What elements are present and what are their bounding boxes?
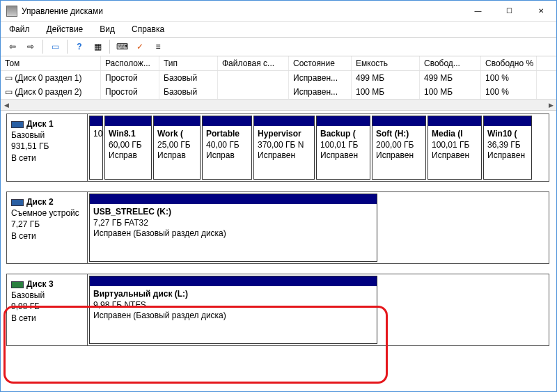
refresh-button[interactable]: ▦ xyxy=(90,39,105,54)
col-header-status[interactable]: Состояние xyxy=(289,56,352,70)
cell-layout: Простой xyxy=(101,71,159,85)
horizontal-scrollbar[interactable]: ◀ ▶ xyxy=(1,99,556,110)
arrow-right-icon: ⇨ xyxy=(27,42,34,52)
cell-free: 100 МБ xyxy=(420,85,481,99)
col-header-capacity[interactable]: Емкость xyxy=(352,56,420,70)
disk-info: Диск 3 Базовый 9,98 ГБ В сети xyxy=(7,274,88,345)
partition-name: Work ( xyxy=(157,129,196,140)
toolbar: ⇦ ⇨ ▭ ? ▦ ⌨ ✓ ≡ xyxy=(1,37,556,56)
disk-icon xyxy=(11,199,24,206)
col-header-type[interactable]: Тип xyxy=(159,56,218,70)
partition[interactable]: Portable40,00 ГБИсправ xyxy=(202,116,252,180)
partition-name: Soft (H:) xyxy=(376,129,422,140)
partition-size: 200,00 ГБ xyxy=(376,140,422,151)
disk-type: Базовый xyxy=(11,130,83,141)
partition-name: Виртуальный диск (L:) xyxy=(93,289,373,300)
col-header-percent[interactable]: Свободно % xyxy=(481,56,537,70)
disk-row[interactable]: Диск 3 Базовый 9,98 ГБ В сети Виртуальны… xyxy=(6,274,549,346)
col-header-filesystem[interactable]: Файловая с... xyxy=(218,56,289,70)
cell-cap: 499 МБ xyxy=(352,71,420,85)
menu-help[interactable]: Справка xyxy=(127,23,168,36)
partition-body: Portable40,00 ГБИсправ xyxy=(203,126,251,164)
toolbar-divider xyxy=(42,40,43,54)
partition-color-bar xyxy=(372,116,425,126)
partition[interactable]: Media (I100,01 ГБИсправен xyxy=(427,116,482,180)
col-header-volume[interactable]: Том xyxy=(1,56,101,70)
partition-body: Soft (H:)200,00 ГБИсправен xyxy=(372,126,425,164)
disk-map-pane: Диск 1 Базовый 931,51 ГБ В сети 10Win8.1… xyxy=(1,111,556,359)
partition[interactable]: Work (25,00 ГБИсправ xyxy=(153,116,201,180)
partition-color-bar xyxy=(90,276,377,286)
partition-body: Виртуальный диск (L:)9,98 ГБ NTFSИсправе… xyxy=(90,286,377,324)
menubar: Файл Действие Вид Справка xyxy=(1,22,556,37)
partition-status: Исправ xyxy=(157,150,196,162)
partition-size: 60,00 ГБ xyxy=(109,140,148,151)
app-icon xyxy=(6,6,17,17)
volume-list-body: ▭ (Диск 0 раздел 1) Простой Базовый Испр… xyxy=(1,71,556,99)
disk-type: Базовый xyxy=(11,290,83,301)
cell-fs xyxy=(218,85,289,99)
disk-row[interactable]: Диск 1 Базовый 931,51 ГБ В сети 10Win8.1… xyxy=(6,113,549,182)
disk-icon xyxy=(11,121,24,128)
partition-size: 7,27 ГБ FAT32 xyxy=(93,218,373,229)
check-icon: ✓ xyxy=(136,42,143,52)
cell-volume: ▭ (Диск 0 раздел 2) xyxy=(1,85,101,99)
toolbar-button-6[interactable]: ✓ xyxy=(132,39,148,54)
maximize-button[interactable]: ☐ xyxy=(494,1,525,21)
partition-color-bar xyxy=(317,116,370,126)
partition-size: 100,01 ГБ xyxy=(320,140,366,151)
cell-volume-text: (Диск 0 раздел 2) xyxy=(15,87,81,97)
partition-body: Hypervisor370,00 ГБ NИсправен xyxy=(254,126,314,164)
minimize-button[interactable]: — xyxy=(462,1,494,21)
partition-color-bar xyxy=(484,116,531,126)
disk-size: 9,98 ГБ xyxy=(11,301,83,312)
col-header-layout[interactable]: Располож... xyxy=(101,56,159,70)
partition-status: Исправ xyxy=(109,150,148,162)
disk-size: 931,51 ГБ xyxy=(11,141,83,152)
disk-info: Диск 1 Базовый 931,51 ГБ В сети xyxy=(7,114,88,181)
partition[interactable]: Soft (H:)200,00 ГБИсправен xyxy=(372,116,426,180)
properties-icon: ▭ xyxy=(52,42,59,52)
partition[interactable]: Backup (100,01 ГБИсправен xyxy=(316,116,370,180)
toolbar-button-5[interactable]: ⌨ xyxy=(114,39,130,54)
toolbar-button-7[interactable]: ≡ xyxy=(150,39,166,54)
partition-body: Work (25,00 ГБИсправ xyxy=(154,126,200,164)
volume-row[interactable]: ▭ (Диск 0 раздел 2) Простой Базовый Испр… xyxy=(1,85,556,99)
col-header-free[interactable]: Свобод... xyxy=(420,56,481,70)
cell-type: Базовый xyxy=(159,85,218,99)
cell-volume-text: (Диск 0 раздел 1) xyxy=(15,73,81,83)
menu-file[interactable]: Файл xyxy=(5,23,34,36)
cell-layout: Простой xyxy=(101,85,159,99)
menu-view[interactable]: Вид xyxy=(95,23,119,36)
forward-button[interactable]: ⇨ xyxy=(23,39,38,54)
cell-pct: 100 % xyxy=(481,85,537,99)
partition-color-bar xyxy=(154,116,200,126)
close-button[interactable]: ✕ xyxy=(525,1,556,21)
help-button[interactable]: ? xyxy=(72,39,87,54)
scroll-left-button[interactable]: ◀ xyxy=(1,100,12,110)
back-button[interactable]: ⇦ xyxy=(5,39,20,54)
partition[interactable]: USB_STRELEC (K:)7,27 ГБ FAT32Исправен (Б… xyxy=(89,194,377,262)
disk-status: В сети xyxy=(11,313,83,324)
partition-name: Hypervisor xyxy=(258,129,311,140)
menu-action[interactable]: Действие xyxy=(42,23,88,36)
partition[interactable]: Виртуальный диск (L:)9,98 ГБ NTFSИсправе… xyxy=(89,276,377,344)
partition-body: Win10 (36,39 ГБИсправен xyxy=(484,126,531,164)
disk-partitions: USB_STRELEC (K:)7,27 ГБ FAT32Исправен (Б… xyxy=(88,192,549,263)
partition[interactable]: Win10 (36,39 ГБИсправен xyxy=(483,116,532,180)
partition[interactable]: Hypervisor370,00 ГБ NИсправен xyxy=(253,116,315,180)
disk-row[interactable]: Диск 2 Съемное устройс 7,27 ГБ В сети US… xyxy=(6,191,549,264)
partition[interactable]: Win8.160,00 ГБИсправ xyxy=(104,116,152,180)
partition-status: Исправен (Базовый раздел диска) xyxy=(93,228,373,240)
help-icon: ? xyxy=(77,42,81,52)
titlebar: Управление дисками — ☐ ✕ xyxy=(1,1,556,22)
cell-free: 499 МБ xyxy=(420,71,481,85)
properties-button[interactable]: ▭ xyxy=(47,39,63,54)
partition-name: Backup ( xyxy=(320,129,366,140)
partition-status: Исправен (Базовый раздел диска) xyxy=(93,311,373,322)
partition-body: USB_STRELEC (K:)7,27 ГБ FAT32Исправен (Б… xyxy=(90,204,377,242)
volume-row[interactable]: ▭ (Диск 0 раздел 1) Простой Базовый Испр… xyxy=(1,71,556,85)
cell-fs xyxy=(218,71,289,85)
partition[interactable]: 10 xyxy=(89,116,103,180)
scroll-right-button[interactable]: ▶ xyxy=(545,100,556,110)
